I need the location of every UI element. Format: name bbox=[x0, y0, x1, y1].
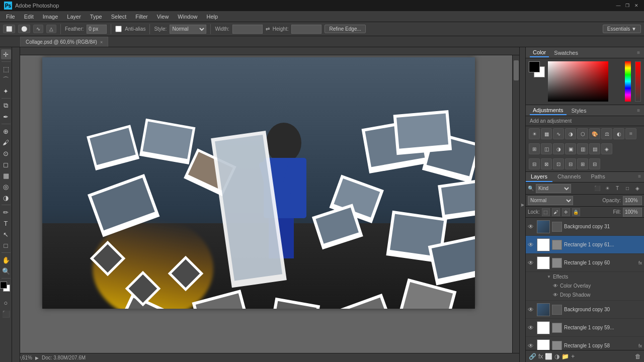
menu-item-select[interactable]: Select bbox=[107, 13, 131, 21]
new-layer-button[interactable]: + bbox=[571, 353, 575, 360]
anti-alias-checkbox[interactable] bbox=[115, 26, 122, 32]
height-input[interactable] bbox=[291, 25, 321, 34]
adj-channel-mixer[interactable]: ⊞ bbox=[529, 143, 540, 154]
effect-visibility-toggle[interactable]: 👁 bbox=[553, 292, 558, 298]
adj-levels[interactable]: ▦ bbox=[541, 128, 552, 139]
swap-icon[interactable]: ⇄ bbox=[266, 26, 270, 32]
styles-tab[interactable]: Styles bbox=[569, 107, 590, 115]
color-gradient-picker[interactable] bbox=[548, 61, 620, 102]
color-swatches[interactable] bbox=[0, 282, 12, 296]
tool-pen[interactable]: ✏ bbox=[1, 207, 11, 217]
menu-item-filter[interactable]: Filter bbox=[131, 13, 151, 21]
refine-edge-button[interactable]: Refine Edge... bbox=[325, 25, 365, 33]
menu-item-help[interactable]: Help bbox=[202, 13, 222, 21]
tool-text[interactable]: T bbox=[1, 218, 11, 228]
tab-close-button[interactable]: × bbox=[100, 40, 103, 45]
adjustment-layer-button[interactable]: ◑ bbox=[554, 353, 559, 360]
effect-visibility-toggle[interactable]: 👁 bbox=[553, 283, 558, 289]
menu-item-layer[interactable]: Layer bbox=[63, 13, 85, 21]
adj-color-lookup[interactable]: ◫ bbox=[541, 143, 552, 154]
tool-crop[interactable]: ⧉ bbox=[1, 101, 11, 111]
layer-visibility-toggle[interactable]: 👁 bbox=[528, 259, 535, 266]
layer-row[interactable]: 👁 Rectangle 1 copy 61... bbox=[526, 236, 644, 254]
tool-clone[interactable]: ⊙ bbox=[1, 148, 11, 158]
tool-icon-circle[interactable]: ⚪ bbox=[18, 25, 30, 33]
vertical-scroll-thumb[interactable] bbox=[514, 60, 519, 80]
tool-eraser[interactable]: ◻ bbox=[1, 159, 11, 169]
panel-collapse-handle[interactable]: ▶ bbox=[519, 47, 525, 362]
layer-row[interactable]: 👁 Rectangle 1 copy 58 fx bbox=[526, 337, 644, 350]
adjustments-tab[interactable]: Adjustments bbox=[530, 106, 567, 115]
adj-extra5[interactable]: ⊞ bbox=[577, 158, 588, 169]
link-layers-button[interactable]: 🔗 bbox=[529, 353, 536, 360]
tool-brush[interactable]: 🖌 bbox=[1, 137, 11, 147]
alpha-slider[interactable] bbox=[635, 61, 641, 102]
adj-vibrance[interactable]: ⬡ bbox=[577, 128, 588, 139]
tool-shape[interactable]: □ bbox=[1, 240, 11, 250]
tool-dodge[interactable]: ◑ bbox=[1, 193, 11, 203]
lock-all-button[interactable]: 🔒 bbox=[572, 208, 580, 216]
blend-mode-select[interactable]: Normal bbox=[528, 196, 573, 205]
adj-extra4[interactable]: ⊟ bbox=[565, 158, 576, 169]
tool-icon-lasso[interactable]: ∿ bbox=[33, 25, 43, 33]
adjustments-panel-collapse[interactable]: ≡ bbox=[637, 108, 640, 113]
layer-visibility-toggle[interactable]: 👁 bbox=[528, 306, 535, 313]
tool-path-select[interactable]: ↖ bbox=[1, 229, 11, 239]
style-select[interactable]: Normal Fixed Ratio Fixed Size bbox=[170, 25, 206, 34]
tool-quick-mask[interactable]: ○ bbox=[1, 298, 11, 308]
adj-brightness[interactable]: ☀ bbox=[529, 128, 540, 139]
layers-panel-menu[interactable]: ≡ bbox=[635, 172, 644, 182]
saturation-brightness-picker[interactable] bbox=[548, 61, 608, 102]
layer-visibility-toggle[interactable]: 👁 bbox=[528, 324, 535, 331]
document-tab[interactable]: Collage.psd @ 60,6% (RGB/8#) × bbox=[20, 37, 108, 47]
menu-item-view[interactable]: View bbox=[153, 13, 173, 21]
width-input[interactable] bbox=[232, 25, 263, 34]
essentials-button[interactable]: Essentials ▼ bbox=[603, 25, 641, 33]
filter-smart-icon[interactable]: ◈ bbox=[633, 184, 642, 193]
restore-button[interactable]: ❐ bbox=[624, 2, 631, 9]
adj-photo-filter[interactable]: ⌗ bbox=[625, 128, 636, 139]
tool-blur[interactable]: ◎ bbox=[1, 182, 11, 192]
tool-icon-marquee[interactable]: ⬜ bbox=[3, 25, 15, 33]
tool-gradient[interactable]: ▦ bbox=[1, 170, 11, 180]
adj-extra6[interactable]: ⊟ bbox=[589, 158, 600, 169]
menu-item-window[interactable]: Window bbox=[174, 13, 201, 21]
paths-tab[interactable]: Paths bbox=[586, 172, 610, 182]
adj-exposure[interactable]: ◑ bbox=[565, 128, 576, 139]
filter-text-icon[interactable]: T bbox=[613, 184, 622, 193]
adj-hue-sat[interactable]: 🎨 bbox=[589, 128, 600, 139]
layer-style-button[interactable]: fx bbox=[538, 353, 543, 360]
lock-image-button[interactable]: 🖌 bbox=[552, 208, 560, 216]
tool-screen-mode[interactable]: ⬛ bbox=[1, 309, 11, 319]
filter-pixel-icon[interactable]: ⬛ bbox=[593, 184, 602, 193]
zoom-arrow[interactable]: ▶ bbox=[35, 355, 39, 360]
foreground-swatch[interactable] bbox=[529, 61, 540, 72]
tool-heal[interactable]: ⊕ bbox=[1, 126, 11, 136]
minimize-button[interactable]: — bbox=[615, 2, 622, 9]
hue-slider[interactable] bbox=[625, 61, 631, 102]
adj-curves[interactable]: ∿ bbox=[553, 128, 564, 139]
fill-input[interactable] bbox=[623, 208, 642, 217]
adj-extra2[interactable]: ⊠ bbox=[541, 158, 552, 169]
layer-mask-button[interactable]: ⬜ bbox=[545, 353, 552, 360]
color-tab[interactable]: Color bbox=[530, 48, 549, 57]
tool-icon-poly[interactable]: △ bbox=[46, 25, 56, 33]
delete-layer-button[interactable]: 🗑 bbox=[635, 353, 641, 360]
menu-item-image[interactable]: Image bbox=[39, 13, 62, 21]
layers-tab[interactable]: Layers bbox=[526, 172, 552, 182]
adj-gradient-map[interactable]: ▤ bbox=[589, 143, 600, 154]
tool-move[interactable]: ✛ bbox=[1, 49, 11, 59]
adj-extra1[interactable]: ⊟ bbox=[529, 158, 540, 169]
tool-zoom[interactable]: 🔍 bbox=[1, 266, 11, 276]
tool-eyedropper[interactable]: ✒ bbox=[1, 112, 11, 122]
layer-visibility-toggle[interactable]: 👁 bbox=[528, 342, 535, 349]
layer-kind-filter[interactable]: Kind bbox=[536, 184, 571, 193]
group-layers-button[interactable]: 📁 bbox=[561, 353, 569, 360]
adj-selective-color[interactable]: ◈ bbox=[601, 143, 612, 154]
adj-extra3[interactable]: ⊡ bbox=[553, 158, 564, 169]
close-button[interactable]: ✕ bbox=[633, 2, 640, 9]
filter-shape-icon[interactable]: □ bbox=[623, 184, 632, 193]
adj-threshold[interactable]: ▥ bbox=[577, 143, 588, 154]
swatches-tab[interactable]: Swatches bbox=[551, 49, 581, 57]
opacity-input[interactable] bbox=[623, 196, 642, 205]
